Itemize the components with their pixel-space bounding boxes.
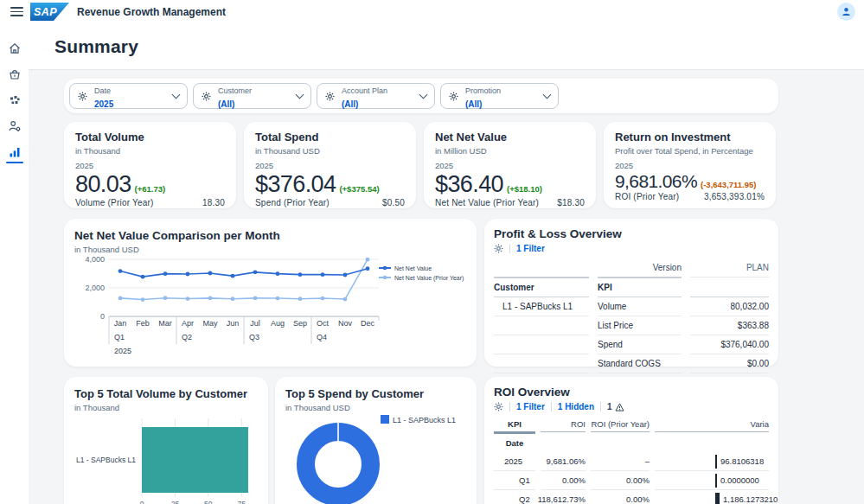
kpi-footer-value: 3,653,393.01%: [704, 192, 765, 201]
kpi-card-roi: Return on Investment Profit over Total S…: [604, 122, 776, 208]
kpi-title: Total Spend: [255, 131, 405, 144]
top-volume-chart-card: Top 5 Total Volume by Customer in Thousa…: [64, 377, 268, 504]
sidebar-item-analytics[interactable]: [5, 143, 24, 162]
svg-text:Q4: Q4: [317, 333, 327, 341]
svg-text:Apr: Apr: [182, 319, 194, 328]
kpi-subtitle: in Thousand: [75, 146, 225, 156]
roi-header-roi[interactable]: ROI: [541, 416, 586, 432]
toolbar-separator: [509, 244, 510, 253]
sidebar-item-modules[interactable]: [5, 91, 24, 110]
gear-icon: [202, 92, 211, 101]
kpi-footer-label: Volume (Prior Year): [75, 198, 154, 207]
roi-header-prior[interactable]: ROI (Prior Year): [591, 416, 650, 432]
sidebar-item-home[interactable]: [5, 39, 24, 58]
variance-bar: [715, 493, 720, 504]
filter-label: Account Plan: [342, 86, 387, 95]
toolbar-separator: [509, 402, 510, 411]
row-label: 2025: [504, 456, 522, 466]
gear-icon: [78, 92, 87, 101]
version-header: Version: [598, 258, 682, 278]
svg-text:Q2: Q2: [182, 333, 192, 341]
kpi-footer-label: Net Net Value (Prior Year): [435, 198, 539, 207]
variance-cell: 96.8106318: [655, 452, 769, 471]
roi-group-label: Date: [494, 434, 535, 452]
hamburger-icon[interactable]: [10, 7, 23, 16]
svg-text:Q3: Q3: [249, 333, 259, 341]
pnl-filter-link[interactable]: 1 Filter: [516, 244, 545, 253]
panel-title: ROI Overview: [494, 386, 769, 399]
kpi-period: 2025: [75, 161, 225, 170]
kpi-title: Return on Investment: [615, 131, 765, 144]
gear-icon[interactable]: [494, 402, 503, 411]
svg-text:Jan: Jan: [114, 319, 127, 328]
svg-text:2,000: 2,000: [85, 284, 105, 292]
variance-cell: 1,186.1273210: [655, 490, 769, 504]
roi-prior-value: 0.00%: [591, 490, 650, 504]
svg-text:Jun: Jun: [227, 319, 240, 328]
top-spend-chart-card: Top 5 Spend by Customer in Thousand USD …: [275, 377, 477, 504]
roi-filter-link[interactable]: 1 Filter: [516, 402, 545, 411]
row-label: Q1: [519, 475, 530, 485]
chart-title: Top 5 Spend by Customer: [285, 387, 466, 400]
gear-icon[interactable]: [494, 244, 503, 253]
expand-chevron-icon[interactable]: [493, 456, 500, 463]
svg-text:Jul: Jul: [250, 319, 260, 328]
svg-text:May: May: [202, 319, 218, 328]
basket-icon: [8, 67, 22, 81]
roi-prior-value: –: [591, 452, 650, 471]
expand-chevron-icon[interactable]: [501, 474, 513, 486]
kpi-card-total-volume: Total Volume in Thousand 2025 80.03(+61.…: [64, 122, 236, 208]
version-value: PLAN: [690, 258, 769, 278]
table-cell: [655, 434, 769, 452]
kpi-footer-label: ROI (Prior Year): [615, 192, 679, 201]
kpi-subtitle: in Million USD: [435, 146, 585, 156]
customer-row[interactable]: L1 - SAPBucks L1: [494, 297, 589, 316]
home-icon: [8, 41, 22, 55]
svg-text:Mar: Mar: [158, 319, 172, 328]
sidebar-item-products[interactable]: [5, 65, 24, 84]
variance-value: 96.8106318: [720, 456, 764, 466]
roi-row-label[interactable]: Q1: [494, 471, 535, 490]
line-chart: 02,0004,000JanFebMarAprMayJunJulAugSepOc…: [74, 254, 471, 360]
roi-overview-card: ROI Overview 1 Filter 1 Hidden 1 KPI ROI: [484, 377, 778, 504]
roi-row-label[interactable]: Q2: [494, 490, 535, 504]
kpi-delta: (+$18.10): [507, 184, 542, 194]
kpi-card-total-spend: Total Spend in Thousand USD 2025 $376.04…: [244, 122, 416, 208]
roi-row-label[interactable]: 2025: [494, 452, 535, 471]
roi-warning-link[interactable]: 1: [607, 402, 624, 411]
roi-value: 9,681.06%: [541, 452, 586, 471]
roi-value: 0.00%: [541, 471, 586, 490]
kpi-title: Total Volume: [75, 131, 225, 144]
svg-text:L1 - SAPBucks L1: L1 - SAPBucks L1: [393, 416, 456, 424]
kpi-cell: Standard COGS: [598, 354, 682, 373]
expand-chevron-icon[interactable]: [501, 493, 513, 504]
avatar[interactable]: [837, 3, 855, 21]
page-head: Summary: [29, 23, 864, 69]
sidebar-item-user-settings[interactable]: [5, 117, 24, 136]
table-cell: [494, 354, 589, 373]
roi-hidden-link[interactable]: 1 Hidden: [558, 402, 594, 411]
filter-customer[interactable]: Customer(All): [193, 83, 311, 109]
roi-header-variance[interactable]: Varia: [655, 416, 769, 432]
filter-promotion[interactable]: Promotion(All): [440, 83, 559, 109]
value-cell: $0.00: [690, 354, 769, 373]
kpi-title: Net Net Value: [435, 131, 585, 144]
kpi-column-header: KPI: [598, 278, 682, 297]
top-header: SAP Revenue Growth Management: [0, 0, 864, 23]
svg-text:Feb: Feb: [136, 319, 150, 328]
expand-chevron-icon[interactable]: [493, 303, 499, 309]
svg-text:0: 0: [100, 312, 105, 321]
variance-bar: [715, 455, 717, 469]
filter-bar: Date2025 Customer(All) Account Plan(All)…: [64, 79, 778, 113]
roi-value: 118,612.73%: [541, 490, 586, 504]
pnl-toolbar: 1 Filter: [494, 244, 769, 253]
sidebar: [0, 23, 29, 504]
page-title: Summary: [54, 36, 138, 57]
chevron-down-icon: [172, 91, 181, 99]
sap-logo: SAP: [30, 3, 69, 21]
roi-header-kpi[interactable]: KPI: [494, 416, 535, 434]
kpi-delta: (-3,643,711.95): [701, 180, 756, 189]
filter-date[interactable]: Date2025: [69, 83, 188, 109]
kpi-value: 9,681.06%: [615, 171, 697, 192]
filter-account-plan[interactable]: Account Plan(All): [317, 83, 435, 109]
